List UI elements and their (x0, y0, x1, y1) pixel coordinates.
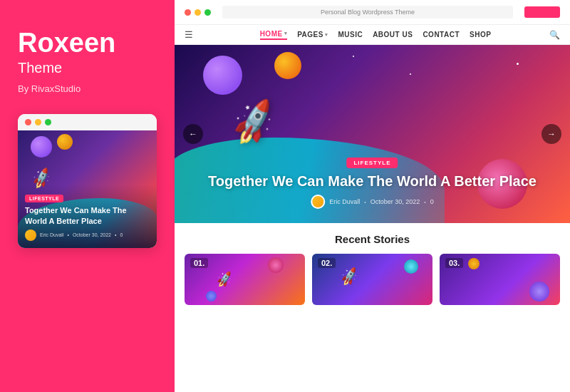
sc3-planet-1 (529, 282, 549, 301)
brand-title: Roxeen (18, 29, 157, 58)
sc1-rocket-icon: 🚀 (215, 270, 233, 288)
mini-browser-preview: 🚀 LIFESTYLE Together We Can Make The Wor… (18, 114, 157, 248)
dot-green (45, 119, 51, 125)
nav-item-pages[interactable]: PAGES ▾ (297, 30, 328, 40)
mini-comment-sep: • (115, 232, 116, 237)
stories-grid: 🚀 01. 🚀 02. 03. (185, 254, 560, 305)
hero-author-avatar (311, 195, 325, 209)
nav-about-label: ABOUT US (373, 31, 413, 38)
hero-author: Eric Duvall (329, 198, 360, 205)
dot-yellow (35, 119, 41, 125)
left-panel: Roxeen Theme By RivaxStudio 🚀 LIFESTYLE … (0, 0, 175, 392)
mini-hero-image: 🚀 LIFESTYLE Together We Can Make The Wor… (18, 130, 157, 248)
nav-items: HOME ▾ PAGES ▾ MUSIC ABOUT US CONTACT SH… (202, 30, 549, 40)
hero-date: October 30, 2022 (370, 198, 420, 205)
nav-item-about[interactable]: ABOUT US (373, 30, 413, 40)
planet-purple (31, 136, 52, 158)
hero-next-button[interactable]: → (542, 124, 561, 144)
nav-item-contact[interactable]: CONTACT (423, 30, 460, 40)
nav-home-chevron: ▾ (284, 31, 288, 36)
hero-meta-sep1: • (364, 200, 366, 205)
sc2-planet-1 (404, 259, 418, 274)
recent-stories-title: Recent Stories (185, 233, 560, 245)
story-number-2: 02. (318, 258, 336, 268)
hero-comment-count: 0 (430, 198, 434, 205)
sc1-planet-2 (206, 291, 217, 301)
story-number-1: 01. (190, 258, 208, 268)
site-nav: ☰ HOME ▾ PAGES ▾ MUSIC ABOUT US CONTACT … (175, 25, 570, 45)
nav-contact-label: CONTACT (423, 31, 460, 38)
story-card-1[interactable]: 🚀 01. (185, 254, 305, 305)
sc2-rocket-icon: 🚀 (338, 266, 360, 287)
nav-music-label: MUSIC (338, 31, 363, 38)
mini-comments: 0 (120, 232, 123, 237)
browser-action-button[interactable] (524, 6, 560, 18)
hero-title: Together We Can Make The World A Better … (195, 172, 551, 190)
nav-pages-chevron: ▾ (325, 32, 328, 38)
nav-shop-label: SHOP (470, 31, 491, 38)
arrow-right-icon: → (547, 129, 556, 139)
mini-avatar (25, 229, 36, 241)
hero-prev-button[interactable]: ← (183, 124, 203, 144)
sc1-planet-1 (268, 257, 284, 273)
browser-dot-yellow (195, 9, 201, 16)
mini-card-meta: Eric Duvall • October 30, 2022 • 0 (25, 229, 150, 241)
nav-pages-label: PAGES (297, 31, 323, 38)
search-icon[interactable]: 🔍 (549, 30, 560, 40)
hero-meta: Eric Duvall • October 30, 2022 • 0 (195, 195, 551, 209)
mini-date: October 30, 2022 (73, 232, 111, 237)
sc3-planet-2 (468, 258, 480, 269)
mini-date-sep: • (67, 232, 68, 237)
browser-dots (185, 9, 211, 16)
nav-item-home[interactable]: HOME ▾ (260, 30, 288, 40)
mini-author: Eric Duvall (40, 232, 63, 237)
story-card-2[interactable]: 🚀 02. (312, 254, 432, 305)
planet-orange (57, 134, 73, 150)
arrow-left-icon: ← (189, 129, 197, 139)
browser-top-bar: Personal Blog Wordpress Theme (175, 0, 570, 25)
browser-dot-green (204, 9, 211, 16)
mini-lifestyle-badge: LIFESTYLE (25, 195, 63, 202)
hero-planet-purple (203, 56, 242, 95)
hero-meta-sep2: • (424, 200, 425, 205)
hero-slider: 🚀 ← → LIFESTYLE Together We Can Make The… (175, 45, 570, 223)
hero-text-overlay: LIFESTYLE Together We Can Make The World… (195, 155, 551, 209)
browser-url-text: Personal Blog Wordpress Theme (321, 9, 415, 16)
nav-home-label: HOME (260, 30, 283, 38)
recent-stories-section: Recent Stories 🚀 01. 🚀 02. (175, 223, 570, 392)
right-panel: Personal Blog Wordpress Theme ☰ HOME ▾ P… (175, 0, 570, 392)
story-number-3: 03. (445, 258, 463, 268)
browser-url-bar: Personal Blog Wordpress Theme (222, 6, 513, 19)
brand-subtitle: Theme (18, 60, 157, 76)
hero-lifestyle-badge: LIFESTYLE (346, 158, 398, 168)
story-card-3[interactable]: 03. (440, 254, 560, 305)
hamburger-icon[interactable]: ☰ (185, 29, 193, 40)
mini-card-overlay: LIFESTYLE Together We Can Make The World… (18, 185, 157, 248)
hero-planet-orange (274, 52, 301, 79)
nav-item-music[interactable]: MUSIC (338, 30, 363, 40)
mini-card-title: Together We Can Make The World A Better … (25, 205, 150, 226)
nav-item-shop[interactable]: SHOP (470, 30, 491, 40)
dot-red (25, 119, 31, 125)
brand-by: By RivaxStudio (18, 83, 157, 94)
browser-dot-red (185, 9, 191, 16)
mini-browser-bar (18, 114, 157, 130)
